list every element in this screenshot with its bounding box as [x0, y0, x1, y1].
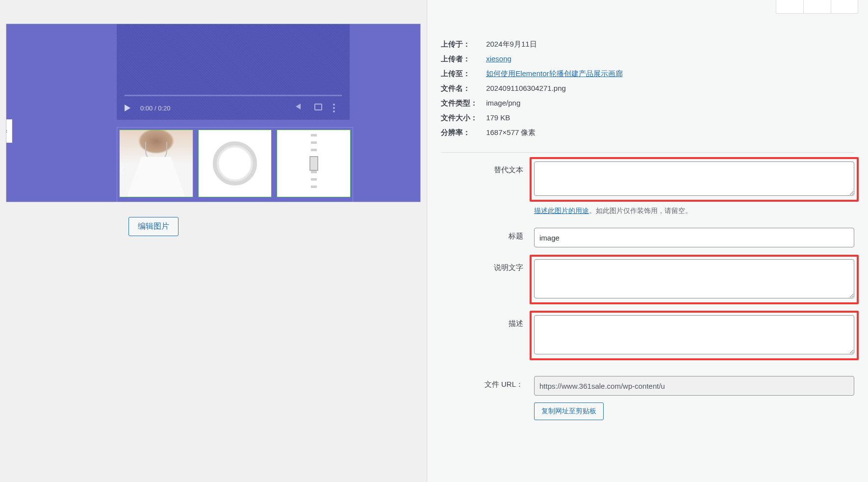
label-caption: 说明文字: [441, 259, 534, 272]
file-url-input[interactable]: [534, 376, 854, 396]
panel-tab[interactable]: [776, 0, 803, 14]
highlight-alt-text: [530, 157, 859, 202]
description-input[interactable]: [534, 315, 854, 354]
panel-tabs: [776, 0, 858, 14]
alt-text-help-link[interactable]: 描述此图片的用途: [534, 207, 589, 214]
meta-label-dimensions: 分辨率：: [441, 127, 484, 138]
title-input[interactable]: [534, 228, 854, 247]
panel-tab[interactable]: [803, 0, 831, 14]
meta-value-filetype: image/png: [486, 99, 520, 107]
meta-link-uploaded-to[interactable]: 如何使用Elementor轮播创建产品展示画廊: [486, 69, 622, 78]
carousel-prev-icon[interactable]: ‹: [115, 160, 129, 179]
meta-value-filename: 2024091106304271.png: [486, 84, 566, 92]
attachment-preview: ‹ 0:00 / 0:20 ‹ ›: [6, 24, 421, 202]
video-player: 0:00 / 0:20: [117, 24, 350, 120]
meta-value-uploaded-on: 2024年9月11日: [486, 40, 536, 48]
label-description: 描述: [441, 315, 534, 328]
meta-value-filesize: 179 KB: [486, 113, 510, 122]
highlight-caption: [530, 255, 859, 304]
panel-tab[interactable]: [831, 0, 858, 14]
copy-url-button[interactable]: 复制网址至剪贴板: [534, 402, 604, 420]
meta-label-uploaded-by: 上传者：: [441, 53, 484, 65]
alt-text-help-rest: 。如此图片仅作装饰用，请留空。: [589, 207, 692, 214]
meta-label-filesize: 文件大小：: [441, 112, 484, 124]
meta-label-uploaded-on: 上传于：: [441, 38, 484, 50]
divider: [441, 152, 854, 153]
carousel-thumb-2[interactable]: [198, 130, 272, 197]
video-time-display: 0:00 / 0:20: [140, 105, 170, 112]
label-alt-text: 替代文本: [441, 161, 534, 175]
carousel-next-icon[interactable]: ›: [340, 160, 355, 179]
alt-text-help: 描述此图片的用途。如此图片仅作装饰用，请留空。: [534, 206, 854, 216]
carousel-thumb-1[interactable]: [119, 130, 193, 197]
prev-attachment-arrow[interactable]: ‹: [6, 119, 12, 143]
caption-input[interactable]: [534, 259, 854, 298]
carousel-thumb-3[interactable]: [277, 130, 351, 197]
label-title: 标题: [441, 228, 534, 241]
meta-label-uploaded-to: 上传至：: [441, 68, 484, 80]
meta-label-filetype: 文件类型：: [441, 97, 484, 109]
video-controls: 0:00 / 0:20: [117, 96, 350, 120]
fullscreen-icon[interactable]: [314, 104, 323, 112]
volume-icon[interactable]: [296, 104, 305, 112]
more-options-icon[interactable]: [333, 104, 342, 112]
highlight-description: [530, 311, 859, 360]
play-icon[interactable]: [125, 105, 130, 111]
carousel-slider: ‹ ›: [117, 127, 353, 202]
meta-value-dimensions: 1687×577 像素: [486, 128, 536, 136]
alt-text-input[interactable]: [534, 161, 854, 196]
label-file-url: 文件 URL：: [441, 376, 534, 389]
meta-link-uploaded-by[interactable]: xiesong: [486, 54, 511, 63]
attachment-meta: 上传于： 2024年9月11日 上传者： xiesong 上传至： 如何使用El…: [441, 38, 854, 138]
edit-image-button[interactable]: 编辑图片: [128, 217, 179, 236]
meta-label-filename: 文件名：: [441, 82, 484, 94]
